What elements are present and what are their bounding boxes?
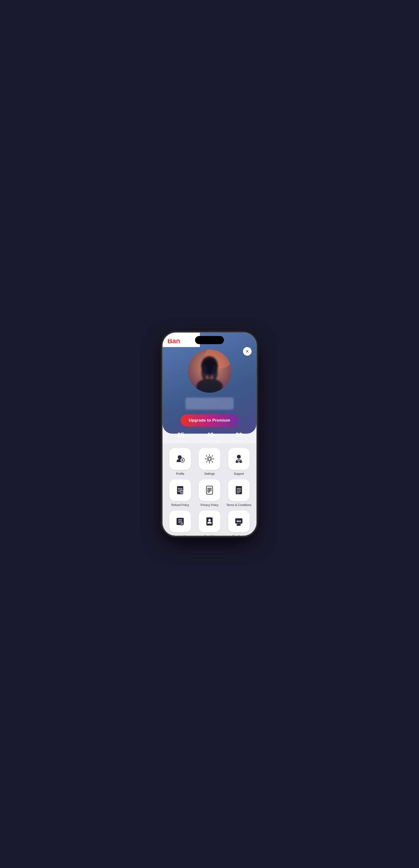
menu-item-refund[interactable]: Refund Policy [168,479,193,507]
support-icon [233,453,244,464]
feedback-icon-box [228,510,250,532]
avatar [188,349,231,393]
svg-point-7 [212,365,218,379]
upgrade-button[interactable]: Upgrade to Premium [181,414,238,427]
status-time: 9:0 [173,336,177,340]
terms-conditions-icon [233,485,244,496]
svg-point-25 [208,519,211,521]
profile-icon [175,453,186,464]
avatar-image [188,349,231,393]
svg-point-12 [208,458,211,460]
privacy-icon-box [199,479,220,501]
menu-section: Profile Settings [162,443,257,536]
refund-policy-icon [175,485,186,496]
feedback-icon [233,516,244,527]
name-blur [185,398,234,410]
menu-grid: Profile Settings [168,448,251,536]
refund-icon-box [169,479,191,501]
svg-point-6 [201,365,207,379]
svg-point-23 [181,524,182,525]
menu-item-terms[interactable]: Terms & Conditions [226,479,251,507]
settings-icon-box [199,448,220,470]
signal-bars [168,336,172,339]
menu-item-about[interactable]: About Us [197,510,222,536]
contact-icon-box [169,510,191,532]
menu-item-support[interactable]: Support [226,448,251,475]
stat-requests: 40 Requests Sent [201,431,220,442]
svg-point-18 [180,490,183,494]
about-us-icon [204,516,215,527]
menu-item-feedback[interactable]: Feedback [226,510,251,536]
svg-rect-27 [237,524,238,526]
stats-row: 25 Favourites 40 Requests Sent 30 Accept… [162,429,257,445]
dynamic-island [195,336,224,344]
svg-point-14 [237,455,241,459]
stat-favourites: 25 Favourites [174,431,188,442]
privacy-policy-icon [204,485,215,496]
svg-point-22 [180,522,183,526]
terms-icon-box [228,479,250,501]
menu-item-profile[interactable]: Profile [168,448,193,475]
stat-accepted: 30 Accepted [233,431,245,442]
support-icon-box [228,448,250,470]
profile-icon-box [169,448,191,470]
menu-item-contact[interactable]: Contact Us [168,510,193,536]
close-button[interactable] [243,347,251,356]
contact-us-icon [175,516,186,527]
menu-item-privacy[interactable]: Privacy Policy [197,479,222,507]
avatar-figure [188,349,231,393]
phone-frame: 9:0 Ban [162,333,257,536]
menu-item-settings[interactable]: Settings [197,448,222,475]
settings-icon [204,453,215,464]
svg-rect-9 [208,373,211,378]
about-icon-box [199,510,220,532]
